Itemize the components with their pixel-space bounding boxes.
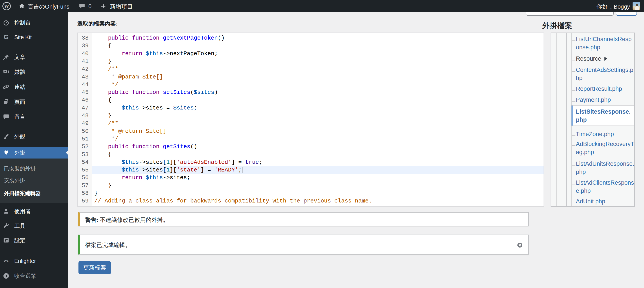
file-tree-item-7[interactable]: AdBlockingRecoveryTag.php [576, 140, 634, 156]
code-line-41: } [94, 58, 112, 65]
home-icon[interactable] [18, 3, 25, 10]
sidebar-item-enlighter[interactable]: <>Enlighter [0, 255, 68, 267]
svg-text:<>: <> [4, 259, 9, 264]
tree-tick [572, 90, 576, 90]
warning-notice: 警告: 不建議修改已啟用的外掛。 [78, 212, 528, 226]
submenu-item-0[interactable]: 已安裝的外掛 [4, 165, 36, 172]
tools-icon [3, 222, 10, 229]
enlighter-icon: <> [3, 258, 10, 264]
line-number: 40 [78, 50, 88, 58]
line-number: 55 [78, 166, 88, 174]
sidebar-item-plugins[interactable]: 外掛 [0, 147, 68, 158]
sidebar: 控制台GSite Kit文章媒體連結頁面留言外觀外掛使用者工具設定<>Enlig… [0, 12, 68, 288]
sidebar-item-appearance[interactable]: 外觀 [0, 130, 68, 142]
sidebar-item-tools[interactable]: 工具 [0, 220, 68, 232]
sidebar-item-dashboard[interactable]: 控制台 [0, 17, 68, 28]
line-number: 41 [78, 58, 88, 65]
line-number: 44 [78, 81, 88, 88]
file-tree-heading: 外掛檔案 [542, 21, 572, 31]
code-line-56: return $this->sites; [94, 174, 190, 182]
line-number: 39 [78, 42, 88, 50]
file-tree-item-8[interactable]: ListAdUnitsResponse.php [576, 160, 634, 176]
sidebar-item-site-kit[interactable]: GSite Kit [0, 31, 68, 43]
code-editor[interactable]: 38 public function getNextPageToken()39 … [77, 32, 544, 207]
code-line-54: $this->sites[1]['autoAdsEnabled'] = true… [94, 158, 262, 166]
line-number: 51 [78, 135, 88, 143]
warning-prefix: 警告: [85, 216, 98, 223]
file-tree-item-3[interactable]: ReportResult.php [576, 85, 634, 93]
wordpress-logo-icon[interactable]: W [2, 2, 11, 10]
sidebar-item-links[interactable]: 連結 [0, 81, 68, 93]
plus-icon[interactable] [100, 3, 106, 10]
users-icon [3, 208, 10, 214]
file-tree-item-2[interactable]: ContentAdsSettings.php [576, 66, 634, 82]
expand-caret-icon [604, 57, 607, 61]
svg-text:W: W [4, 3, 9, 9]
line-number: 45 [78, 88, 88, 96]
tree-tick [572, 184, 576, 184]
line-number: 59 [78, 197, 88, 205]
sidebar-item-media[interactable]: 媒體 [0, 66, 68, 78]
code-line-59: // Adding a class alias for backwards co… [94, 197, 372, 205]
tree-guide-line [556, 33, 556, 206]
warning-text: 不建議修改已啟用的外掛。 [98, 216, 168, 223]
submenu-item-1[interactable]: 安裝外掛 [4, 177, 25, 184]
appearance-icon [3, 133, 10, 140]
line-number: 50 [78, 128, 88, 135]
code-line-49: /** [94, 120, 118, 127]
code-line-55: $this->sites[1]['state'] = 'READY'; [94, 166, 242, 174]
svg-text:G: G [4, 34, 8, 40]
code-line-47: $this->sites = $sites; [94, 104, 197, 112]
dismiss-icon[interactable] [517, 242, 522, 248]
line-number: 56 [78, 174, 88, 182]
file-tree-item-0[interactable]: ListUrlChannelsResponse.php [576, 35, 634, 52]
code-line-42: /** [94, 65, 118, 73]
code-line-44: */ [94, 81, 118, 88]
success-notice: 檔案已完成編輯。 [78, 234, 528, 254]
sidebar-item-comments[interactable]: 留言 [0, 111, 68, 123]
code-line-46: { [94, 96, 112, 104]
comments-bubble-icon[interactable] [79, 3, 85, 10]
code-line-48: } [94, 112, 112, 120]
file-tree-item-9[interactable]: ListAdClientsResponse.php [576, 179, 634, 195]
user-greeting[interactable]: 你好，Boggy [596, 3, 630, 10]
line-number: 52 [78, 143, 88, 150]
links-icon [3, 84, 10, 90]
comment-count[interactable]: 0 [88, 3, 92, 10]
code-line-51: */ [94, 135, 118, 143]
tree-tick [572, 145, 576, 146]
code-line-40: return $this->nextPageToken; [94, 50, 218, 58]
code-line-38: public function getNextPageToken() [94, 34, 225, 42]
code-line-53: { [94, 151, 112, 158]
file-tree-item-4[interactable]: Payment.php [576, 96, 634, 104]
file-tree-item-6[interactable]: TimeZone.php [576, 130, 634, 138]
tree-tick [572, 40, 576, 41]
update-file-button[interactable]: 更新檔案 [78, 261, 111, 274]
line-number: 49 [78, 120, 88, 127]
sidebar-item-users[interactable]: 使用者 [0, 205, 68, 217]
site-name[interactable]: 百吉のOnlyFuns [28, 3, 70, 10]
sidebar-item-collapse[interactable]: 收合選單 [0, 270, 68, 282]
new-item-button[interactable]: 新增項目 [110, 3, 133, 10]
submenu-item-2[interactable]: 外掛檔案編輯器 [4, 190, 41, 196]
line-number: 58 [78, 190, 88, 197]
tree-tick [572, 71, 576, 72]
dashboard-icon [3, 19, 10, 26]
file-contents-label: 選取的檔案內容: [77, 20, 118, 27]
file-tree-item-1[interactable]: Resource [576, 55, 634, 63]
file-tree-item-selected[interactable]: ListSitesResponse.php [571, 105, 635, 126]
posts-icon [3, 54, 10, 60]
sidebar-item-settings[interactable]: 設定 [0, 234, 68, 246]
tree-tick [572, 60, 576, 60]
tree-tick [572, 101, 576, 102]
code-line-43: * @param Site[] [94, 73, 163, 81]
file-tree-item-10[interactable]: AdUnit.php [576, 198, 634, 206]
selected-file-label: ListSitesResponse.php [576, 108, 631, 124]
line-number: 46 [78, 96, 88, 104]
avatar[interactable] [632, 2, 640, 10]
sidebar-item-pages[interactable]: 頁面 [0, 96, 68, 108]
sidebar-item-posts[interactable]: 文章 [0, 51, 68, 63]
success-text: 檔案已完成編輯。 [85, 241, 131, 249]
site-kit-icon: G [3, 34, 10, 40]
line-number: 48 [78, 112, 88, 120]
